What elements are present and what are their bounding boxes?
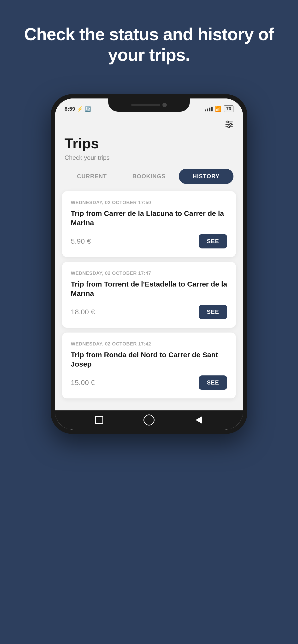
trip-footer: 5.90 € SEE (71, 234, 227, 248)
see-button[interactable]: SEE (199, 305, 227, 319)
svg-point-5 (228, 126, 230, 128)
page-header: Trips Check your trips (55, 133, 243, 166)
bottom-nav-bar (55, 410, 243, 430)
trip-title: Trip from Carrer de la Llacuna to Carrer… (71, 209, 227, 227)
trip-card: WEDNESDAY, 02 OCTOBER 17:50 Trip from Ca… (62, 191, 236, 257)
svg-point-3 (227, 121, 229, 123)
svg-point-4 (230, 124, 232, 125)
signal-icon (205, 106, 213, 112)
status-icons: 📶 76 (205, 106, 233, 112)
page-subtitle: Check your trips (65, 154, 233, 162)
see-button[interactable]: SEE (199, 376, 227, 390)
wifi-icon: 📶 (215, 106, 221, 112)
trip-price: 18.00 € (71, 308, 95, 316)
trip-date: WEDNESDAY, 02 OCTOBER 17:50 (71, 200, 227, 205)
battery-icon: 76 (224, 106, 233, 112)
top-bar (55, 115, 243, 133)
tab-bookings[interactable]: BOOKINGS (122, 169, 176, 184)
trip-title: Trip from Ronda del Nord to Carrer de Sa… (71, 350, 227, 369)
see-button[interactable]: SEE (199, 234, 227, 248)
trip-date: WEDNESDAY, 02 OCTOBER 17:47 (71, 270, 227, 276)
trip-card: WEDNESDAY, 02 OCTOBER 17:47 Trip from To… (62, 262, 236, 328)
trip-footer: 18.00 € SEE (71, 305, 227, 319)
filter-icon[interactable] (225, 120, 233, 130)
trip-card: WEDNESDAY, 02 OCTOBER 17:42 Trip from Ro… (62, 332, 236, 398)
trip-title: Trip from Torrent de l'Estadella to Carr… (71, 279, 227, 298)
trip-price: 15.00 € (71, 378, 95, 387)
phone-screen: 8:59 ⚡ 🔄 📶 76 (55, 98, 243, 430)
page-title: Trips (65, 135, 233, 152)
notch-pill (131, 104, 160, 106)
app-content: Trips Check your trips CURRENT BOOKINGS … (55, 115, 243, 410)
trips-list: WEDNESDAY, 02 OCTOBER 17:50 Trip from Ca… (55, 189, 243, 401)
tab-history[interactable]: HISTORY (179, 169, 233, 184)
trip-footer: 15.00 € SEE (71, 376, 227, 390)
trip-price: 5.90 € (71, 237, 91, 245)
tab-current[interactable]: CURRENT (65, 169, 119, 184)
tabs-bar: CURRENT BOOKINGS HISTORY (55, 166, 243, 189)
nav-home-icon[interactable] (93, 414, 105, 426)
notch (108, 98, 190, 112)
trip-date: WEDNESDAY, 02 OCTOBER 17:42 (71, 341, 227, 347)
notch-camera (163, 103, 167, 107)
phone-mockup: 8:59 ⚡ 🔄 📶 76 (51, 94, 247, 434)
status-bar: 8:59 ⚡ 🔄 📶 76 (55, 98, 243, 115)
nav-back-arrow-icon[interactable] (193, 414, 205, 426)
hero-title: Check the status and history of your tri… (0, 0, 298, 84)
nav-back-icon[interactable] (143, 414, 155, 426)
status-time: 8:59 ⚡ 🔄 (65, 106, 91, 112)
